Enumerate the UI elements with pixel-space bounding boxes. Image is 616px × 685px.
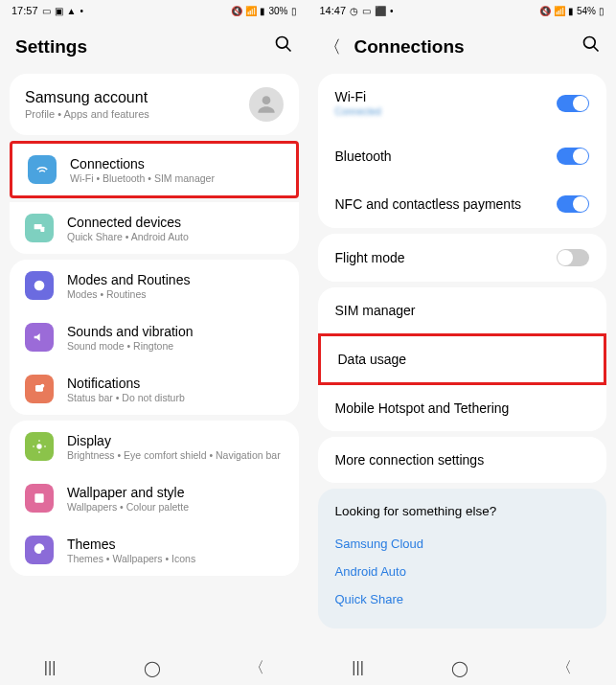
- nfc-item[interactable]: NFC and contactless payments: [318, 180, 607, 228]
- dot-icon: •: [390, 6, 394, 16]
- account-title: Samsung account: [25, 89, 249, 106]
- settings-list[interactable]: Samsung account Profile • Apps and featu…: [0, 68, 308, 651]
- mute-icon: 🔇: [539, 6, 551, 16]
- item-label: Data usage: [338, 352, 587, 367]
- help-title: Looking for something else?: [335, 504, 590, 518]
- battery-icon: ▯: [599, 6, 605, 16]
- connections-screen: 14:47 ◷ ▭ ⬛ • 🔇 📶 ▮ 54% ▯ 〈 Connections …: [308, 0, 617, 685]
- item-title: Display: [67, 433, 284, 448]
- nav-bar: ||| ◯ 〈: [0, 651, 308, 685]
- item-sub: Wallpapers • Colour palette: [67, 501, 284, 513]
- svg-point-5: [34, 281, 45, 291]
- item-label: Wi-Fi: [335, 89, 558, 104]
- sim-manager-item[interactable]: SIM manager: [318, 287, 607, 333]
- battery-pct: 30%: [268, 6, 287, 16]
- help-link-android-auto[interactable]: Android Auto: [335, 558, 590, 585]
- wifi-icon: [28, 155, 57, 184]
- notif-icon: [25, 375, 54, 403]
- flight-mode-item[interactable]: Flight mode: [318, 234, 607, 282]
- svg-rect-9: [34, 493, 43, 502]
- more-connection-settings-item[interactable]: More connection settings: [318, 437, 607, 483]
- item-title: Wallpaper and style: [67, 485, 284, 500]
- mute-icon: 🔇: [231, 6, 242, 16]
- avatar-icon[interactable]: [249, 87, 284, 122]
- help-card: Looking for something else? Samsung Clou…: [318, 489, 607, 628]
- item-label: SIM manager: [335, 303, 590, 318]
- connections-list[interactable]: Wi-Fi Connected Bluetooth NFC and contac…: [308, 68, 617, 651]
- item-title: Sounds and vibration: [67, 324, 284, 339]
- back-button[interactable]: 〈: [249, 658, 264, 678]
- wifi-item[interactable]: Wi-Fi Connected: [318, 74, 607, 132]
- mobile-hotspot-item[interactable]: Mobile Hotspot and Tethering: [318, 385, 607, 431]
- nav-bar: ||| ◯ 〈: [308, 651, 617, 685]
- item-sub: Themes • Wallpapers • Icons: [67, 553, 284, 564]
- search-icon[interactable]: [582, 34, 601, 58]
- data-usage-item[interactable]: Data usage: [318, 333, 607, 385]
- battery-pct: 54%: [577, 6, 596, 16]
- item-sub: Wi-Fi • Bluetooth • SIM manager: [70, 172, 281, 184]
- svg-point-10: [584, 37, 596, 49]
- wifi-icon: 📶: [245, 6, 257, 16]
- signal-icon: ▮: [568, 6, 574, 16]
- themes-icon: [25, 536, 54, 564]
- item-title: Connections: [70, 156, 281, 171]
- wifi-icon: 📶: [554, 6, 565, 16]
- back-button[interactable]: 〈: [557, 658, 572, 678]
- svg-line-1: [285, 47, 290, 52]
- home-button[interactable]: ◯: [451, 659, 468, 677]
- display-icon: [25, 432, 54, 461]
- header: 〈 Connections: [308, 21, 617, 68]
- warning-icon: ▲: [67, 6, 77, 16]
- notif-icon: ▭: [362, 6, 371, 16]
- header: Settings: [0, 21, 308, 68]
- svg-point-7: [40, 384, 44, 388]
- item-label: NFC and contactless payments: [335, 196, 558, 212]
- item-label: Mobile Hotspot and Tethering: [335, 400, 590, 416]
- sounds-vibration-item[interactable]: Sounds and vibration Sound mode • Ringto…: [10, 311, 299, 363]
- recents-button[interactable]: |||: [352, 659, 363, 676]
- svg-point-0: [276, 37, 287, 49]
- item-title: Modes and Routines: [67, 272, 284, 287]
- wifi-toggle[interactable]: [557, 95, 589, 112]
- connections-item[interactable]: Connections Wi-Fi • Bluetooth • SIM mana…: [12, 144, 296, 195]
- svg-line-11: [594, 47, 599, 52]
- item-title: Connected devices: [67, 215, 284, 230]
- page-title: Settings: [15, 36, 274, 57]
- modes-icon: [25, 271, 54, 300]
- clock-icon: ◷: [350, 6, 358, 16]
- bluetooth-item[interactable]: Bluetooth: [318, 132, 607, 180]
- modes-routines-item[interactable]: Modes and Routines Modes • Routines: [10, 260, 299, 311]
- wallpaper-icon: [25, 484, 54, 513]
- dot-icon: •: [80, 6, 83, 16]
- flight-mode-toggle[interactable]: [557, 249, 589, 266]
- item-label: Bluetooth: [335, 148, 558, 164]
- item-sub: Status bar • Do not disturb: [67, 392, 284, 403]
- display-item[interactable]: Display Brightness • Eye comfort shield …: [10, 421, 299, 472]
- signal-icon: ▮: [260, 6, 265, 16]
- nfc-toggle[interactable]: [557, 195, 589, 213]
- bluetooth-toggle[interactable]: [557, 148, 589, 165]
- battery-icon: ▯: [291, 6, 297, 16]
- help-link-quick-share[interactable]: Quick Share: [335, 585, 590, 613]
- samsung-account-card[interactable]: Samsung account Profile • Apps and featu…: [10, 74, 299, 135]
- page-title: Connections: [354, 36, 582, 57]
- sound-icon: [25, 323, 54, 352]
- themes-item[interactable]: Themes Themes • Wallpapers • Icons: [10, 524, 299, 576]
- back-icon[interactable]: 〈: [324, 35, 341, 58]
- item-sub: Sound mode • Ringtone: [67, 340, 284, 352]
- shield-icon: ⬛: [375, 6, 386, 16]
- notifications-item[interactable]: Notifications Status bar • Do not distur…: [10, 363, 299, 415]
- wifi-network-name: Connected: [335, 106, 558, 117]
- item-sub: Quick Share • Android Auto: [67, 231, 284, 242]
- item-title: Themes: [67, 537, 284, 552]
- help-link-samsung-cloud[interactable]: Samsung Cloud: [335, 530, 590, 558]
- home-button[interactable]: ◯: [144, 659, 161, 677]
- devices-icon: [25, 214, 54, 242]
- connected-devices-item[interactable]: Connected devices Quick Share • Android …: [10, 202, 299, 254]
- item-title: Notifications: [67, 376, 284, 391]
- recents-button[interactable]: |||: [44, 659, 56, 676]
- search-icon[interactable]: [274, 34, 293, 58]
- status-time: 17:57: [11, 5, 38, 16]
- status-time: 14:47: [320, 5, 347, 16]
- wallpaper-style-item[interactable]: Wallpaper and style Wallpapers • Colour …: [10, 472, 299, 524]
